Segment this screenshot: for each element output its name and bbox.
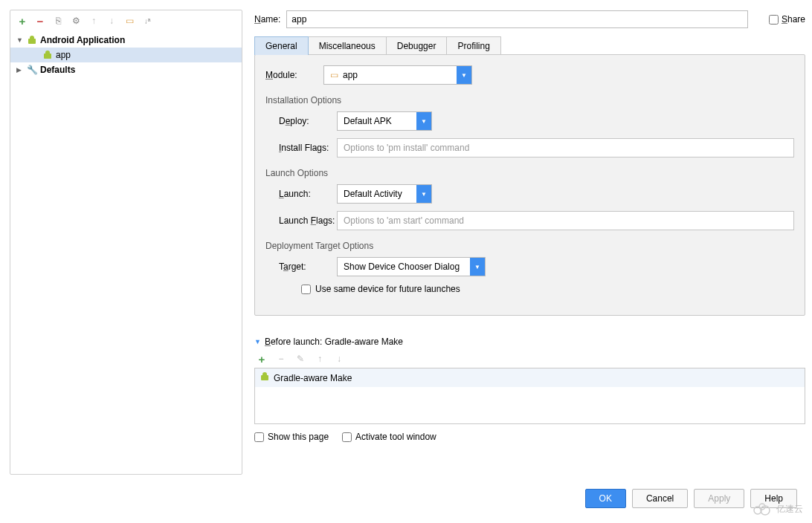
config-tree: ▼ Android Application app ▶ 🔧 Defaults — [10, 31, 242, 77]
launch-label: Launch: — [279, 189, 337, 199]
target-value: Show Device Chooser Dialog — [338, 262, 470, 272]
install-section-title: Installation Options — [265, 95, 794, 105]
tree-android-application[interactable]: ▼ Android Application — [10, 33, 242, 48]
deploy-label: Deploy: — [279, 116, 337, 126]
settings-icon[interactable]: ⚙ — [70, 15, 82, 27]
cancel-button[interactable]: Cancel — [632, 489, 688, 508]
tree-label: Android Application — [40, 35, 125, 45]
module-icon: ▭ — [330, 70, 338, 80]
same-device-checkbox[interactable]: Use same device for future launches — [301, 284, 794, 294]
same-device-label: Use same device for future launches — [315, 284, 460, 294]
activate-tool-window-checkbox[interactable]: Activate tool window — [342, 432, 436, 442]
dropdown-icon[interactable]: ▼ — [470, 258, 485, 276]
launch-select[interactable]: Default Activity ▼ — [337, 184, 432, 204]
activate-tw-input[interactable] — [342, 432, 352, 442]
install-flags-label: Install Flags: — [279, 143, 337, 153]
launch-flags-input[interactable] — [337, 211, 794, 230]
up-icon[interactable]: ↑ — [88, 15, 100, 27]
edit-icon[interactable]: ✎ — [294, 353, 306, 365]
share-checkbox-input[interactable] — [769, 15, 779, 25]
launch-flags-label: Launch Flags: — [279, 215, 337, 226]
android-icon — [42, 49, 54, 61]
tab-debugger[interactable]: Debugger — [386, 36, 448, 55]
sort-icon[interactable]: ↓ª — [141, 15, 153, 27]
sidebar-toolbar: + − ⎘ ⚙ ↑ ↓ ▭ ↓ª — [10, 10, 242, 31]
main-panel: Name: Share General Miscellaneous Debugg… — [242, 10, 805, 475]
show-page-checkbox[interactable]: Show this page — [254, 432, 329, 442]
android-icon — [260, 371, 270, 384]
remove-icon[interactable]: − — [275, 353, 287, 365]
show-page-label: Show this page — [268, 432, 329, 442]
list-item[interactable]: Gradle-aware Make — [255, 368, 805, 387]
launch-section-title: Launch Options — [265, 168, 794, 178]
tab-profiling[interactable]: Profiling — [446, 36, 500, 55]
dropdown-icon[interactable]: ▼ — [416, 185, 431, 203]
target-label: Target: — [279, 262, 337, 272]
tree-app[interactable]: app — [10, 48, 242, 62]
folder-icon[interactable]: ▭ — [123, 15, 135, 27]
deploy-select[interactable]: Default APK ▼ — [337, 111, 432, 131]
copy-icon[interactable]: ⎘ — [52, 15, 64, 27]
module-label: Module: — [265, 70, 323, 80]
name-label: Name: — [254, 14, 280, 25]
activate-tw-label: Activate tool window — [355, 432, 436, 442]
share-checkbox[interactable]: Share — [769, 14, 805, 25]
dropdown-icon[interactable]: ▼ — [416, 112, 431, 130]
watermark: 亿速云 — [752, 502, 803, 516]
before-launch-header[interactable]: ▼ Before launch: Gradle-aware Make — [254, 337, 805, 347]
add-icon[interactable]: + — [256, 353, 268, 365]
svg-point-3 — [45, 51, 50, 55]
module-value: app — [343, 70, 358, 80]
tabs: General Miscellaneous Debugger Profiling — [254, 36, 805, 55]
add-icon[interactable]: + — [16, 15, 28, 27]
wrench-icon: 🔧 — [26, 64, 38, 76]
svg-point-5 — [262, 372, 267, 377]
expand-icon[interactable]: ▼ — [16, 36, 24, 44]
tab-general[interactable]: General — [254, 36, 309, 55]
before-launch-section: ▼ Before launch: Gradle-aware Make + − ✎… — [254, 337, 805, 442]
module-select[interactable]: ▭app ▼ — [323, 65, 472, 85]
expand-icon[interactable]: ▶ — [16, 66, 24, 74]
down-icon[interactable]: ↓ — [333, 353, 345, 365]
tree-label: app — [56, 50, 71, 60]
apply-button[interactable]: Apply — [694, 489, 744, 508]
general-panel: Module: ▭app ▼ Installation Options Depl… — [254, 54, 805, 316]
config-sidebar: + − ⎘ ⚙ ↑ ↓ ▭ ↓ª ▼ Android Application a… — [10, 10, 242, 475]
install-flags-input[interactable] — [337, 138, 794, 157]
tree-defaults[interactable]: ▶ 🔧 Defaults — [10, 62, 242, 77]
svg-point-1 — [30, 36, 34, 40]
collapse-icon[interactable]: ▼ — [254, 338, 261, 345]
name-input[interactable] — [286, 10, 748, 28]
ok-button[interactable]: OK — [585, 489, 626, 508]
deploy-value: Default APK — [338, 116, 416, 126]
target-select[interactable]: Show Device Chooser Dialog ▼ — [337, 257, 486, 276]
target-section-title: Deployment Target Options — [265, 241, 794, 251]
dropdown-icon[interactable]: ▼ — [457, 66, 471, 84]
same-device-input[interactable] — [301, 285, 311, 294]
before-launch-list[interactable]: Gradle-aware Make — [254, 368, 805, 424]
tree-label: Defaults — [40, 65, 75, 75]
launch-value: Default Activity — [338, 189, 416, 199]
up-icon[interactable]: ↑ — [314, 353, 326, 365]
show-page-input[interactable] — [254, 432, 264, 442]
down-icon[interactable]: ↓ — [106, 15, 117, 27]
tab-miscellaneous[interactable]: Miscellaneous — [308, 36, 387, 55]
list-item-label: Gradle-aware Make — [274, 373, 352, 383]
android-icon — [26, 34, 38, 46]
remove-icon[interactable]: − — [34, 15, 46, 27]
